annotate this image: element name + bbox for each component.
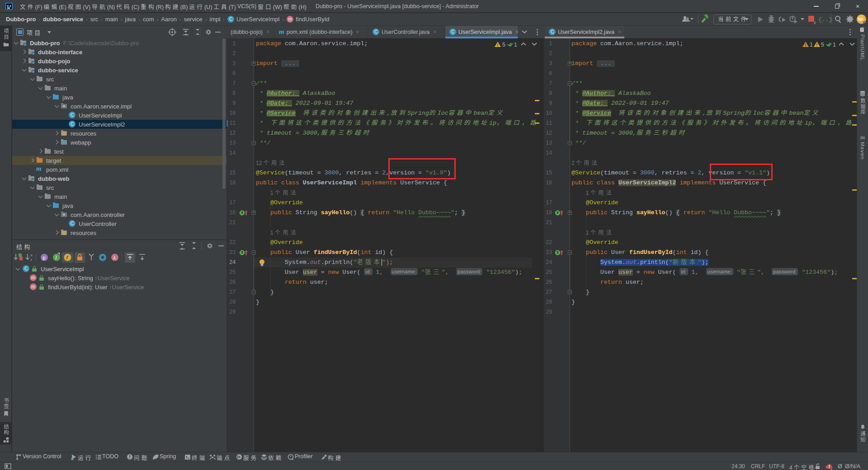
svg-text:2: 2 bbox=[814, 21, 816, 25]
svg-text:5: 5 bbox=[502, 42, 505, 48]
svg-text:1: 1 bbox=[810, 42, 813, 48]
svg-text:λ: λ bbox=[113, 255, 116, 260]
svg-text:{..}: {..} bbox=[818, 16, 832, 23]
svg-text:a: a bbox=[30, 253, 33, 257]
svg-text:I: I bbox=[56, 255, 57, 260]
svg-text:1: 1 bbox=[833, 42, 836, 48]
svg-text:z: z bbox=[30, 258, 32, 262]
svg-text:1: 1 bbox=[514, 42, 517, 48]
svg-text:当前文件: 当前文件 bbox=[718, 16, 748, 23]
svg-text:5: 5 bbox=[821, 42, 824, 48]
svg-text:p: p bbox=[43, 255, 46, 260]
